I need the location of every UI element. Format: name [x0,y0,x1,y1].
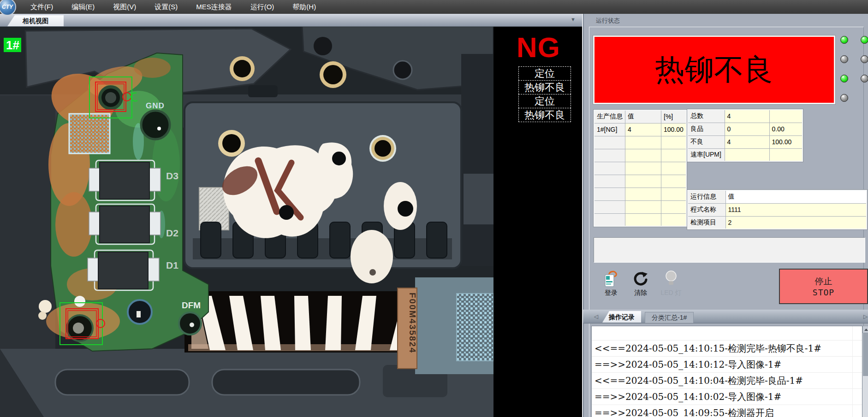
table-row: 不良4100.00 [688,135,803,148]
tab-operation-log[interactable]: 操作记录 [602,311,641,323]
table-row [594,213,686,226]
menu-item[interactable]: 运行(O) [241,0,284,14]
silkscreen-d1-label: D1 [166,260,178,270]
machine-vision-app: 文件(F)编辑(E)视图(V)设置(S)MES连接器运行(O)帮助(H) CTY… [0,0,868,417]
log-entry: ==>>2024-05-05_14:10:12-导入图像-1# [592,357,862,373]
camera-tabstrip: 相机视图 ▼ [0,14,582,27]
production-table-body: 生产信息 值 [%] 1#[NG]4100.00 [594,110,686,226]
defect-label-list: 定位热铆不良定位热铆不良 [518,67,571,122]
table-header-row: 生产信息 值 [%] [594,110,686,123]
table-row: 1#[NG]4100.00 [594,123,686,136]
menu-item[interactable]: 编辑(E) [62,0,104,14]
table-row [594,175,686,188]
result-strip: NG 定位热铆不良定位热铆不良 [493,26,582,417]
defect-label: 定位 [518,94,571,108]
alarm-banner: 热铆不良 [593,35,835,104]
menu-item[interactable]: 视图(V) [104,0,145,14]
tab-camera-view[interactable]: 相机视图 [7,15,64,26]
led-row [840,36,868,46]
table-row [594,188,686,200]
stats-table: 总数4 良品00.00 不良4100.00 速率[UPM] [687,109,803,162]
menu-bar: 文件(F)编辑(E)视图(V)设置(S)MES连接器运行(O)帮助(H) [0,0,868,14]
status-led [840,75,848,82]
log-entry: ==>>2024-05-05_14:09:55-检测器开启 [592,405,862,417]
led-light-button[interactable]: LED 灯 [657,270,685,297]
silkscreen-dfm-label: DFM [182,300,201,310]
camera-photo: F00M435824 [0,26,493,417]
status-led [861,36,868,44]
light-bulb-icon [657,270,685,288]
table-row: 总数4 [688,110,803,123]
table-row: 速率[UPM] [688,148,803,161]
table-header-row: 运行信息 值 [688,190,867,203]
log-column-divider [852,326,853,417]
table-row: 检测项目2 [688,216,867,229]
station-badge-label: 1# [6,38,19,52]
table-row [594,200,686,213]
table-row: 良品00.00 [688,123,803,135]
log-entry: <<==2024-05-05_14:10:15-检测完毕-热铆不良-1# [592,341,862,357]
status-led [840,94,848,102]
table-row [594,162,686,175]
status-led [840,36,848,44]
tab-classification-summary[interactable]: 分类汇总-1# [645,312,694,323]
status-led [861,55,868,63]
stop-button[interactable]: 停止 STOP [779,269,868,304]
silkscreen-d3-label: D3 [166,170,178,181]
log-entry: ==>>2024-05-05_14:10:02-导入图像-1# [592,389,862,405]
circular-arrow-icon [626,270,655,288]
menu-item[interactable]: 文件(F) [21,0,62,14]
defect-label: 热铆不良 [518,108,571,122]
scrollbar-thumb[interactable] [863,333,868,376]
menu-item[interactable]: 设置(S) [145,0,187,14]
tab-scroll-left-icon[interactable]: ◁ [594,313,598,320]
run-status-panel: 运行状态 热铆不良 生产信息 值 [582,14,868,417]
message-box [594,237,865,263]
login-button[interactable]: 登录 [597,270,625,297]
pcb-datamatrix [69,114,110,153]
table-row [594,149,686,162]
silkscreen-d2-label: D2 [166,228,178,238]
engraved-serial-text: F00M435824 [408,293,417,353]
table-row [594,136,686,149]
menu-item[interactable]: 帮助(H) [283,0,325,14]
camera-viewport: F00M435824 [0,26,493,417]
log-entry: <<==2024-05-05_14:10:04-检测完毕-良品-1# [592,373,862,389]
table-row: 程式名称1111 [688,203,867,216]
menu-item[interactable]: MES连接器 [187,0,241,14]
status-led-grid [840,36,868,113]
panel-title: 运行状态 [596,17,620,25]
datamatrix-code [457,294,493,361]
defect-label: 热铆不良 [518,80,571,94]
log-tabbar: ◁ 操作记录 分类汇总-1# ▷ [583,310,868,323]
production-table: 生产信息 值 [%] 1#[NG]4100.00 [594,110,687,227]
run-info-table: 运行信息 值 程式名称1111 检测项目2 [687,190,867,229]
ng-result-text: NG [517,31,560,64]
status-led [861,75,868,82]
silkscreen-gnd-label: GND [146,101,165,110]
tab-scroll-right-icon[interactable]: ▷ [863,313,868,320]
led-row [840,75,868,84]
log-scrollbar[interactable] [862,326,868,417]
chevron-down-icon[interactable]: ▼ [571,17,576,22]
operation-log-list: <<==2024-05-05_14:10:15-检测完毕-热铆不良-1#==>>… [591,326,862,417]
diode-components [88,160,161,290]
log-empty-row [592,326,862,341]
clear-button[interactable]: 清除 [626,270,655,297]
id-badge-icon [597,270,625,288]
scroll-up-icon[interactable] [862,326,868,333]
status-led [840,55,848,63]
defect-label: 定位 [518,66,571,81]
led-row [840,55,868,65]
led-row [840,94,868,104]
